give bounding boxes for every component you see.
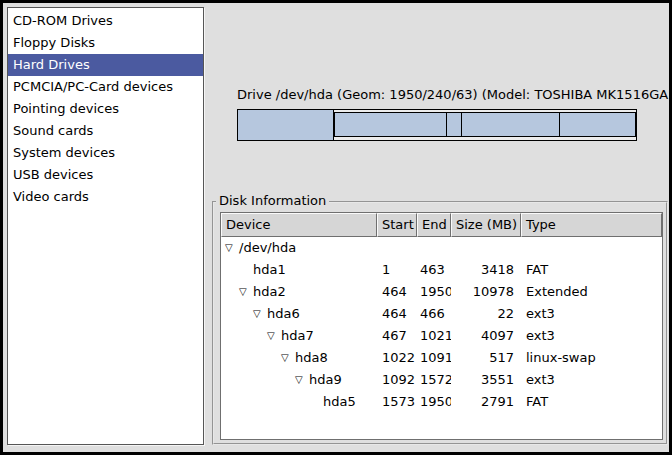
start-value: 1022: [377, 347, 417, 369]
column-header-device[interactable]: Device: [221, 213, 377, 237]
start-value: 464: [377, 303, 417, 325]
start-value: 467: [377, 325, 417, 347]
type-value: ext3: [521, 325, 662, 347]
size-value: 2791: [451, 391, 521, 413]
expander-icon[interactable]: ▽: [239, 281, 253, 303]
table-row-hda5[interactable]: hda5 1573 1950 2791 FAT: [221, 391, 662, 413]
size-value: 10978: [451, 281, 521, 303]
end-value: 466: [417, 303, 451, 325]
table-row-hda7[interactable]: ▽hda7 467 1021 4097 ext3: [221, 325, 662, 347]
partition-segment-hda1: [238, 110, 334, 140]
table-row-hda1[interactable]: hda1 1 463 3418 FAT: [221, 259, 662, 281]
column-header-start[interactable]: Start: [377, 213, 417, 237]
type-value: FAT: [521, 259, 662, 281]
device-label: hda5: [323, 391, 356, 413]
start-value: [377, 237, 417, 259]
partition-segment-hda8: [446, 113, 461, 136]
table-row-hda2[interactable]: ▽hda2 464 1950 10978 Extended: [221, 281, 662, 303]
expander-icon[interactable]: ▽: [267, 325, 281, 347]
partition-segment-hda2-extended: [334, 112, 636, 137]
partition-segment-hda9: [461, 113, 559, 136]
start-value: 1092: [377, 369, 417, 391]
device-label: hda2: [253, 281, 286, 303]
end-value: 1021: [417, 325, 451, 347]
drive-title: Drive /dev/hda (Geom: 1950/240/63) (Mode…: [237, 87, 657, 102]
sidebar-item-sound-cards[interactable]: Sound cards: [8, 120, 203, 142]
partition-table: Device Start End Size (MB) Type ▽/dev/hd…: [220, 212, 663, 440]
size-value: [451, 237, 521, 259]
sidebar-item-video-cards[interactable]: Video cards: [8, 186, 203, 208]
end-value: 1950: [417, 281, 451, 303]
expander-icon[interactable]: ▽: [225, 237, 239, 259]
type-value: [521, 237, 662, 259]
table-row-hda6[interactable]: ▽hda6 464 466 22 ext3: [221, 303, 662, 325]
table-row-hda8[interactable]: ▽hda8 1022 1091 517 linux-swap: [221, 347, 662, 369]
expander-icon[interactable]: ▽: [281, 347, 295, 369]
partition-layout-bar: [237, 109, 637, 141]
sidebar-item-pointing-devices[interactable]: Pointing devices: [8, 98, 203, 120]
type-value: ext3: [521, 369, 662, 391]
end-value: 1950: [417, 391, 451, 413]
size-value: 517: [451, 347, 521, 369]
device-category-list: CD-ROM Drives Floppy Disks Hard Drives P…: [7, 7, 204, 445]
end-value: 463: [417, 259, 451, 281]
type-value: ext3: [521, 303, 662, 325]
device-label: /dev/hda: [239, 237, 296, 259]
sidebar-item-floppy-disks[interactable]: Floppy Disks: [8, 32, 203, 54]
device-label: hda1: [253, 259, 286, 281]
type-value: linux-swap: [521, 347, 662, 369]
sidebar-item-system-devices[interactable]: System devices: [8, 142, 203, 164]
sidebar-item-cdrom-drives[interactable]: CD-ROM Drives: [8, 10, 203, 32]
size-value: 3418: [451, 259, 521, 281]
type-value: FAT: [521, 391, 662, 413]
sidebar-item-hard-drives[interactable]: Hard Drives: [8, 54, 203, 76]
end-value: 1572: [417, 369, 451, 391]
expander-icon[interactable]: ▽: [295, 369, 309, 391]
end-value: [417, 237, 451, 259]
table-row-hda9[interactable]: ▽hda9 1092 1572 3551 ext3: [221, 369, 662, 391]
device-label: hda6: [267, 303, 300, 325]
disk-information-label: Disk Information: [216, 193, 329, 208]
end-value: 1091: [417, 347, 451, 369]
partition-segment-hda7: [335, 113, 446, 136]
start-value: 1573: [377, 391, 417, 413]
sidebar-item-usb-devices[interactable]: USB devices: [8, 164, 203, 186]
device-label: hda8: [295, 347, 328, 369]
device-label: hda7: [281, 325, 314, 347]
column-header-size[interactable]: Size (MB): [451, 213, 521, 237]
type-value: Extended: [521, 281, 662, 303]
table-row-dev-hda[interactable]: ▽/dev/hda: [221, 237, 662, 259]
column-header-type[interactable]: Type: [521, 213, 662, 237]
table-header-row: Device Start End Size (MB) Type: [221, 213, 662, 237]
start-value: 464: [377, 281, 417, 303]
column-header-end[interactable]: End: [417, 213, 451, 237]
sidebar-item-pcmcia-devices[interactable]: PCMCIA/PC-Card devices: [8, 76, 203, 98]
hardware-browser-window: { "sidebar": { "items": [ {"label": "CD-…: [0, 0, 672, 455]
start-value: 1: [377, 259, 417, 281]
device-label: hda9: [309, 369, 342, 391]
size-value: 3551: [451, 369, 521, 391]
size-value: 22: [451, 303, 521, 325]
partition-segment-hda5: [559, 113, 635, 136]
expander-icon[interactable]: ▽: [253, 303, 267, 325]
size-value: 4097: [451, 325, 521, 347]
